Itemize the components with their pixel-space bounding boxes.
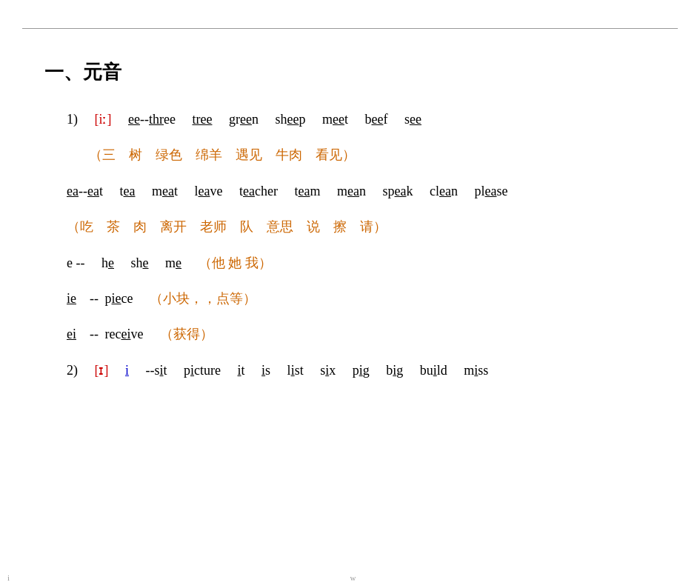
phoneme-2-i: i [125,363,129,378]
footer-left: i [7,573,10,582]
chinese-text-2: （吃 茶 肉 离开 老师 队 意思 说 擦 请） [67,219,387,234]
word-tea: tea [119,184,135,198]
main-content: 一、元音 1) [iː] ee--three tree green sheep … [0,0,700,424]
word-teacher: teacher [239,184,278,198]
word-team: team [294,184,320,198]
phoneme-1-ie-row: ie-- piece （小块，，点等） [67,287,656,310]
word-six: six [320,363,336,378]
phoneme-1-row1: 1) [iː] ee--three tree green sheep meet … [67,107,656,131]
footer-right: w [350,573,356,582]
phoneme-1-chinese2: （吃 茶 肉 离开 老师 队 意思 说 擦 请） [67,215,656,238]
word-mean: mean [337,184,366,198]
word-he: he [101,255,114,270]
phoneme-1-chinese1: （三 树 绿色 绵羊 遇见 牛肉 看见） [67,143,656,167]
ei-chinese: （获得） [160,327,213,341]
section-title-text: 一、元音 [44,61,121,83]
phoneme-2-prefix: --sit [146,363,167,378]
phoneme-1-prefix: ee--three [128,112,176,127]
phoneme-1-e-row: e -- he she me （他 她 我） [67,251,656,275]
phoneme-2-row1: 2) [ɪ] i --sit picture it is list six pi… [67,358,656,382]
top-border [22,28,678,29]
word-she: she [130,255,148,270]
phoneme-2-ipa: [ɪ] [95,363,109,378]
word-miss: miss [464,363,488,378]
word-big: big [386,363,403,378]
word-see: see [404,112,421,127]
phoneme-2-label: 2) [67,363,78,378]
e-chinese: （他 她 我） [199,255,272,270]
phoneme-1-ipa: [iː] [95,112,112,127]
phoneme-1-ei-row: ei-- receive （获得） [67,322,656,346]
phoneme-1-section: 1) [iː] ee--three tree green sheep meet … [44,107,656,347]
ei-prefix: ei [67,327,76,341]
word-clean: clean [430,184,458,198]
word-picture: picture [184,363,221,378]
word-me: me [165,255,181,270]
section-title: 一、元音 [44,59,656,85]
word-beef: beef [364,112,387,127]
ea-prefix: ea--eat [67,184,103,198]
chinese-text-1: （三 树 绿色 绵羊 遇见 牛肉 看见） [89,147,356,162]
ie-chinese: （小块，，点等） [150,291,256,306]
phoneme-2-section: 2) [ɪ] i --sit picture it is list six pi… [44,358,656,382]
word-sheep: sheep [275,112,305,127]
word-pig: pig [353,363,370,378]
phoneme-1-ea-row: ea--eat tea meat leave teacher team mean… [67,179,656,203]
word-receive: receive [105,327,144,341]
word-is: is [261,363,270,378]
word-piece: piece [105,291,133,306]
word-please: please [474,184,507,198]
word-it: it [238,363,245,378]
ie-prefix: ie [67,291,76,306]
word-speak: speak [383,184,413,198]
word-meet: meet [322,112,348,127]
word-build: build [420,363,447,378]
word-list: list [287,363,304,378]
word-meat: meat [152,184,178,198]
phoneme-1-label: 1) [67,112,78,127]
word-leave: leave [195,184,223,198]
e-prefix: e -- [67,255,84,270]
word-tree: tree [192,112,212,127]
word-green: green [229,112,259,127]
